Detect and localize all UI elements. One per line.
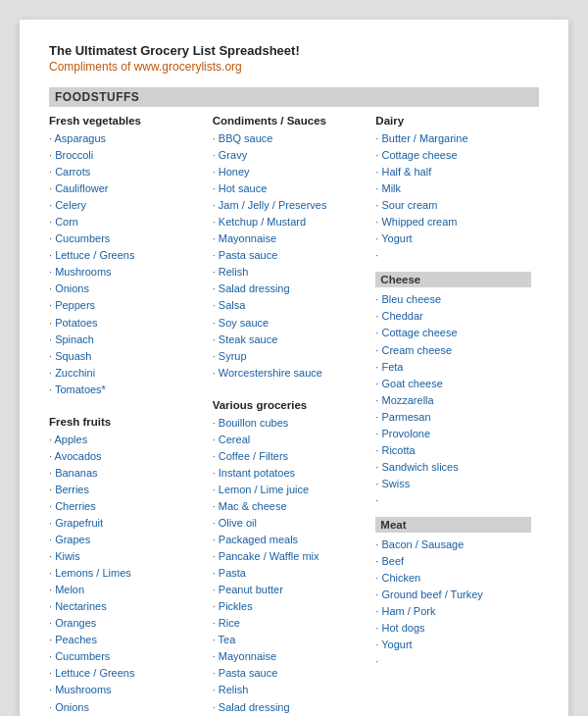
- col2-header2: Various groceries: [213, 399, 368, 411]
- list-item: Salad dressing: [213, 699, 368, 716]
- page: The Ultimatest Grocery List Spreadsheet!…: [20, 20, 568, 716]
- list-item: Mayonnaise: [213, 230, 368, 247]
- list-item: Mayonnaise: [213, 648, 368, 665]
- list-item: Salad dressing: [213, 281, 368, 297]
- list-item: BBQ sauce: [213, 130, 368, 147]
- list-item: Mushrooms: [49, 264, 205, 281]
- col-vegetables: Fresh vegetables AsparagusBroccoliCarrot…: [49, 115, 213, 716]
- list-item: Feta: [375, 359, 531, 376]
- list-item: Sour cream: [375, 197, 531, 214]
- list-item: Gravy: [213, 147, 368, 164]
- list-item: Mozzarella: [375, 392, 531, 409]
- list-item: Berries: [49, 482, 205, 498]
- list-item: Steak sauce: [213, 332, 368, 348]
- col3-items: Butter / MargarineCottage cheeseHalf & h…: [375, 130, 531, 247]
- list-item: Peanut butter: [213, 582, 368, 598]
- list-item: Sandwich slices: [375, 459, 531, 476]
- list-item: Onions: [49, 699, 205, 716]
- list-item: Grapefruit: [49, 515, 205, 532]
- list-item: Provolone: [375, 426, 531, 442]
- list-item: Pasta sauce: [213, 247, 368, 264]
- list-item: Cereal: [213, 432, 368, 448]
- list-item: Relish: [213, 264, 368, 281]
- col-condiments: Condiments / Sauces BBQ sauceGravyHoneyH…: [213, 115, 376, 716]
- list-item: Olive oil: [213, 515, 368, 532]
- list-item: Bouillon cubes: [213, 415, 368, 432]
- list-item: Cottage cheese: [375, 325, 531, 341]
- list-item: Butter / Margarine: [375, 130, 531, 147]
- list-item: Spinach: [49, 332, 205, 348]
- list-item: Bananas: [49, 465, 205, 482]
- list-item: Swiss: [375, 476, 531, 492]
- list-item: Asparagus: [49, 130, 205, 147]
- col3-items3: Bacon / SausageBeefChickenGround beef / …: [375, 537, 531, 653]
- list-item: Syrup: [213, 348, 368, 365]
- list-item: Mac & cheese: [213, 498, 368, 515]
- col2-header: Condiments / Sauces: [213, 115, 368, 127]
- col1-header: Fresh vegetables: [49, 115, 205, 127]
- list-item: Cherries: [49, 498, 205, 515]
- list-item: Bacon / Sausage: [375, 537, 531, 553]
- list-item: Soy sauce: [213, 315, 368, 332]
- list-item: Milk: [375, 180, 531, 197]
- list-item: Oranges: [49, 615, 205, 632]
- list-item: Relish: [213, 682, 368, 698]
- list-item: Nectarines: [49, 598, 205, 615]
- col1-items2: ApplesAvocadosBananasBerriesCherriesGrap…: [49, 432, 205, 716]
- col3-header3: Meat: [375, 517, 531, 533]
- list-item: Avocados: [49, 448, 205, 465]
- col-dairy: Dairy Butter / MargarineCottage cheeseHa…: [375, 115, 539, 716]
- main-columns: Fresh vegetables AsparagusBroccoliCarrot…: [49, 115, 539, 716]
- list-item: Lemon / Lime juice: [213, 482, 368, 498]
- list-item: Yogurt: [375, 230, 531, 247]
- list-item: Rice: [213, 615, 368, 632]
- list-item: Melon: [49, 582, 205, 598]
- list-item: Chicken: [375, 570, 531, 587]
- list-item: Zucchini: [49, 365, 205, 382]
- col1-header2: Fresh fruits: [49, 416, 205, 428]
- list-item: Half & half: [375, 164, 531, 180]
- list-item: Parmesan: [375, 409, 531, 426]
- list-item: Honey: [213, 164, 368, 180]
- col2-items2: Bouillon cubesCerealCoffee / FiltersInst…: [213, 415, 368, 716]
- section-header: FOODSTUFFS: [49, 87, 539, 107]
- page-title: The Ultimatest Grocery List Spreadsheet!: [49, 43, 539, 58]
- list-item: Potatoes: [49, 315, 205, 332]
- col1-items: AsparagusBroccoliCarrotsCauliflowerCeler…: [49, 130, 205, 398]
- list-item: Pickles: [213, 598, 368, 615]
- list-item: Beef: [375, 553, 531, 570]
- list-item: Packaged meals: [213, 532, 368, 548]
- list-item: Squash: [49, 348, 205, 365]
- list-item: Mushrooms: [49, 682, 205, 698]
- list-item: Apples: [49, 432, 205, 448]
- list-item: Worcestershire sauce: [213, 365, 368, 382]
- list-item: Pasta sauce: [213, 665, 368, 682]
- list-item: Ground beef / Turkey: [375, 587, 531, 603]
- list-item: Hot dogs: [375, 620, 531, 637]
- list-item: Celery: [49, 197, 205, 214]
- list-item: Onions: [49, 281, 205, 297]
- list-item: Hot sauce: [213, 180, 368, 197]
- list-item: Ham / Pork: [375, 603, 531, 620]
- list-item: Whipped cream: [375, 214, 531, 230]
- list-item: Tomatoes*: [49, 382, 205, 398]
- list-item: Cauliflower: [49, 180, 205, 197]
- col3-header2: Cheese: [375, 272, 531, 287]
- list-item: Coffee / Filters: [213, 448, 368, 465]
- list-item: Instant potatoes: [213, 465, 368, 482]
- list-item: Cheddar: [375, 308, 531, 325]
- list-item: Peppers: [49, 297, 205, 314]
- list-item: Corn: [49, 214, 205, 230]
- list-item: Broccoli: [49, 147, 205, 164]
- list-item: Goat cheese: [375, 376, 531, 392]
- list-item: Cottage cheese: [375, 147, 531, 164]
- list-item: Lettuce / Greens: [49, 665, 205, 682]
- col3-header: Dairy: [375, 115, 531, 127]
- list-item: Bleu cheese: [375, 291, 531, 308]
- page-subtitle: Compliments of www.grocerylists.org: [49, 60, 539, 74]
- list-item: Pasta: [213, 565, 368, 582]
- list-item: Grapes: [49, 532, 205, 548]
- list-item: Cucumbers: [49, 230, 205, 247]
- list-item: Ketchup / Mustard: [213, 214, 368, 230]
- list-item: Carrots: [49, 164, 205, 180]
